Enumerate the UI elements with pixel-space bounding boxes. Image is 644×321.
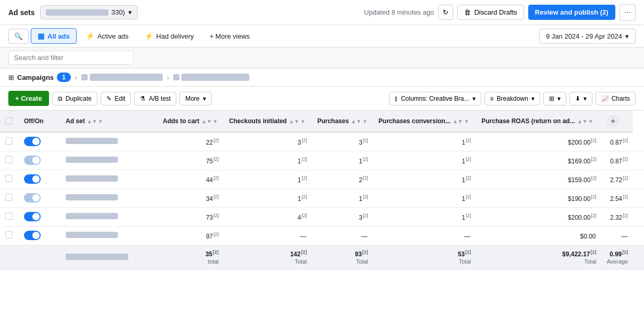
row-purchases: 3[2]	[312, 132, 373, 151]
adset-dropdown[interactable]: 330) ▾	[40, 5, 138, 19]
download-button[interactable]: ⬇ ▾	[569, 92, 592, 105]
row-adset-name	[60, 151, 157, 170]
filter-checkouts-icon[interactable]: ▾	[301, 118, 304, 124]
row-conv: $169.00[2]	[476, 151, 601, 170]
row-checkbox-cell	[0, 170, 19, 189]
table-row: 75[2] 1[2] 1[2] 1[2] $169.00[2] 0.87[2]	[0, 151, 644, 170]
sort-purchases-icon[interactable]: ▲▼	[351, 118, 361, 124]
pencil-icon: ✎	[106, 95, 112, 102]
toggle-switch[interactable]	[24, 137, 41, 146]
tab-had-delivery[interactable]: ⚡ Had delivery	[138, 28, 201, 44]
date-range-selector[interactable]: 9 Jan 2024 - 29 Apr 2024 ▾	[539, 29, 636, 44]
toggle-switch[interactable]	[24, 212, 41, 221]
grid-icon: ▦	[38, 32, 44, 40]
row-checkbox-cell	[0, 151, 19, 170]
th-offon: Off/On	[19, 111, 60, 132]
footer-conv: $9,422.17[2]Total	[476, 245, 601, 270]
separator-chevron: ›	[75, 74, 77, 81]
th-roas: Purchase ROAS (return on ad... ▲▼ ▾	[476, 111, 601, 132]
row-conv: $200.00[2]	[476, 208, 601, 227]
row-adds: 75[2]	[157, 151, 224, 170]
row-checkbox[interactable]	[5, 175, 13, 182]
duplicate-button[interactable]: ⧉ Duplicate	[52, 92, 98, 105]
sort-adds-icon[interactable]: ▲▼	[201, 118, 212, 124]
row-checkbox[interactable]	[5, 194, 13, 201]
edit-button[interactable]: ✎ Edit	[101, 92, 131, 105]
search-button[interactable]: 🔍	[8, 29, 29, 44]
grid-toggle-icon: ⊞	[549, 95, 554, 102]
row-adset-name	[60, 208, 157, 227]
row-p-purchases: 1[2]	[373, 132, 476, 151]
row-roas: —	[601, 227, 633, 245]
sort-roas-icon[interactable]: ▲▼	[577, 118, 588, 124]
toggle-switch[interactable]	[24, 156, 41, 165]
row-checkbox-cell	[0, 132, 19, 151]
row-adds: 44[2]	[157, 170, 224, 189]
columns-icon: ⫿	[395, 95, 398, 102]
row-adds: 73[2]	[157, 208, 224, 227]
row-checkouts: 4[2]	[224, 208, 312, 227]
row-purchases: —	[312, 227, 373, 245]
filter-adset-icon[interactable]: ▾	[99, 118, 102, 124]
search-input[interactable]	[8, 51, 133, 65]
row-checkbox[interactable]	[5, 137, 13, 145]
row-purchases: 2[2]	[312, 170, 373, 189]
sort-conv-icon[interactable]: ▲▼	[453, 118, 463, 124]
select-all-checkbox[interactable]	[5, 117, 13, 125]
tab-active-ads[interactable]: ⚡ Active ads	[79, 28, 136, 44]
dropdown-330: 330)	[112, 8, 125, 16]
row-conv: $200.00[2]	[476, 132, 601, 151]
columns-button[interactable]: ⫿ Columns: Creative Bra... ▾	[389, 92, 481, 105]
row-p-purchases: 1[2]	[373, 208, 476, 227]
view-toggle-button[interactable]: ⊞ ▾	[543, 92, 566, 105]
row-checkbox[interactable]	[5, 231, 13, 239]
toggle-switch[interactable]	[24, 231, 41, 240]
create-button[interactable]: + Create	[8, 91, 49, 106]
add-column-button[interactable]: +	[606, 115, 619, 127]
filter-roas-icon[interactable]: ▾	[589, 118, 592, 124]
row-spacer	[633, 208, 644, 227]
refresh-button[interactable]: ↻	[438, 5, 453, 20]
chevron-down-icon: ▾	[203, 95, 206, 102]
filter-conv-icon[interactable]: ▾	[465, 118, 468, 124]
breadcrumb-ads[interactable]	[173, 74, 249, 81]
footer-p-purchases: 53[2]Total	[373, 245, 476, 270]
row-p-purchases: —	[373, 227, 476, 245]
breadcrumb-row: ⊞ Campaigns 1 › ›	[0, 68, 644, 87]
discard-drafts-button[interactable]: 🗑 Discard Drafts	[457, 5, 524, 20]
filter-purchases-icon[interactable]: ▾	[363, 118, 366, 124]
more-options-button[interactable]: ···	[619, 4, 636, 21]
breadcrumb-adsets[interactable]	[81, 74, 163, 81]
tab-more-views[interactable]: + More views	[203, 29, 257, 44]
row-adds: 97[2]	[157, 227, 224, 245]
top-bar-left: Ad sets 330) ▾	[8, 5, 138, 19]
row-adds: 34[2]	[157, 189, 224, 208]
row-spacer	[633, 227, 644, 245]
charts-button[interactable]: 📈 Charts	[596, 92, 636, 105]
sort-adset-icon[interactable]: ▲▼	[87, 118, 98, 124]
more-button[interactable]: More ▾	[179, 92, 211, 105]
row-checkouts: 1[2]	[224, 189, 312, 208]
row-conv: $0.00	[476, 227, 601, 245]
toolbar-right: ⫿ Columns: Creative Bra... ▾ ≡ Breakdown…	[389, 92, 636, 105]
download-icon: ⬇	[575, 95, 580, 102]
tab-all-ads[interactable]: ▦ All ads	[31, 28, 77, 44]
row-roas: 2.54[2]	[601, 189, 633, 208]
row-p-purchases: 1[2]	[373, 170, 476, 189]
filter-adds-icon[interactable]: ▾	[214, 118, 216, 124]
row-checkouts: 3[2]	[224, 132, 312, 151]
chevron-down-icon: ▾	[128, 8, 132, 16]
toggle-switch[interactable]	[24, 174, 41, 184]
breakdown-button[interactable]: ≡ Breakdown ▾	[484, 92, 540, 105]
review-publish-button[interactable]: Review and publish (2)	[528, 5, 615, 20]
sort-checkouts-icon[interactable]: ▲▼	[289, 118, 299, 124]
row-purchases: 1[2]	[312, 189, 373, 208]
row-checkbox[interactable]	[5, 156, 13, 163]
row-adset-name	[60, 189, 157, 208]
search-icon: 🔍	[14, 32, 23, 40]
breadcrumb-campaigns[interactable]: ⊞ Campaigns 1	[8, 73, 71, 82]
toggle-switch[interactable]	[24, 193, 41, 203]
ab-test-button[interactable]: ⚗ A/B test	[134, 92, 176, 105]
separator-chevron-2: ›	[167, 74, 169, 81]
row-checkbox[interactable]	[5, 212, 13, 220]
